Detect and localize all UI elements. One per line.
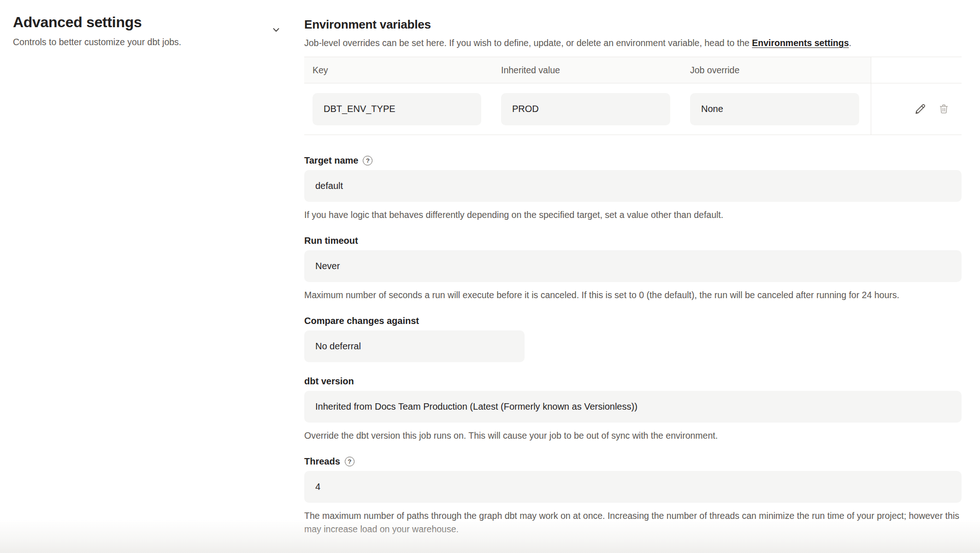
threads-help-text: The maximum number of paths through the … bbox=[304, 509, 962, 536]
advanced-settings-page: Advanced settings Controls to better cus… bbox=[0, 0, 980, 553]
target-name-input[interactable] bbox=[304, 170, 962, 202]
page-subtitle: Controls to better customize your dbt jo… bbox=[13, 37, 304, 47]
environment-variables-description: Job-level overrides can be set here. If … bbox=[304, 37, 962, 49]
compare-changes-input[interactable] bbox=[304, 330, 525, 362]
advanced-settings-header-pane: Advanced settings Controls to better cus… bbox=[0, 0, 304, 553]
run-timeout-label: Run timeout bbox=[304, 235, 358, 246]
job-override-cell: None bbox=[682, 83, 871, 135]
compare-changes-label: Compare changes against bbox=[304, 316, 419, 326]
compare-changes-field: Compare changes against bbox=[304, 316, 962, 362]
run-timeout-label-row: Run timeout bbox=[304, 235, 962, 246]
description-text: Job-level overrides can be set here. If … bbox=[304, 38, 752, 48]
question-circle-icon[interactable]: ? bbox=[363, 156, 372, 165]
page-title: Advanced settings bbox=[13, 14, 304, 31]
question-circle-icon[interactable]: ? bbox=[345, 457, 354, 466]
compare-changes-label-row: Compare changes against bbox=[304, 316, 962, 326]
target-name-label-row: Target name ? bbox=[304, 155, 962, 166]
chevron-down-icon bbox=[271, 25, 281, 35]
dbt-version-label-row: dbt version bbox=[304, 376, 962, 387]
key-cell: DBT_ENV_TYPE bbox=[304, 83, 493, 135]
collapse-section-button[interactable] bbox=[268, 22, 284, 38]
description-period: . bbox=[849, 38, 851, 48]
table-row: DBT_ENV_TYPE PROD None bbox=[304, 83, 962, 135]
dbt-version-help-text: Override the dbt version this job runs o… bbox=[304, 429, 962, 442]
env-var-inherited-value: PROD bbox=[501, 93, 670, 125]
trash-icon bbox=[938, 103, 950, 115]
target-name-help-text: If you have logic that behaves different… bbox=[304, 208, 962, 222]
advanced-settings-content: Environment variables Job-level override… bbox=[304, 0, 980, 553]
dbt-version-field: dbt version Override the dbt version thi… bbox=[304, 376, 962, 442]
run-timeout-input[interactable] bbox=[304, 250, 962, 282]
dbt-version-label: dbt version bbox=[304, 376, 354, 387]
run-timeout-field: Run timeout Maximum number of seconds a … bbox=[304, 235, 962, 302]
dbt-version-input[interactable] bbox=[304, 391, 962, 423]
threads-label: Threads bbox=[304, 456, 340, 467]
environment-variables-table: Key Inherited value Job override DBT_ENV… bbox=[304, 57, 962, 135]
target-name-field: Target name ? If you have logic that beh… bbox=[304, 155, 962, 222]
threads-field: Threads ? The maximum number of paths th… bbox=[304, 456, 962, 536]
edit-env-var-button[interactable] bbox=[914, 103, 927, 116]
pencil-icon bbox=[914, 103, 927, 116]
column-header-key: Key bbox=[304, 57, 493, 83]
run-timeout-help-text: Maximum number of seconds a run will exe… bbox=[304, 288, 962, 302]
delete-env-var-button[interactable] bbox=[938, 103, 950, 115]
env-var-key-value: DBT_ENV_TYPE bbox=[313, 93, 481, 125]
column-header-inherited-value: Inherited value bbox=[493, 57, 682, 83]
target-name-label: Target name bbox=[304, 155, 358, 166]
threads-label-row: Threads ? bbox=[304, 456, 962, 467]
threads-input[interactable] bbox=[304, 471, 962, 503]
environment-variables-section: Environment variables Job-level override… bbox=[304, 18, 962, 135]
table-header-row: Key Inherited value Job override bbox=[304, 57, 962, 83]
environment-variables-heading: Environment variables bbox=[304, 18, 962, 32]
environments-settings-link[interactable]: Environments settings bbox=[752, 38, 849, 48]
env-var-job-override-value: None bbox=[690, 93, 859, 125]
row-actions-cell bbox=[871, 83, 962, 135]
column-header-job-override: Job override bbox=[682, 57, 871, 83]
column-header-actions bbox=[871, 57, 962, 83]
inherited-value-cell: PROD bbox=[493, 83, 682, 135]
